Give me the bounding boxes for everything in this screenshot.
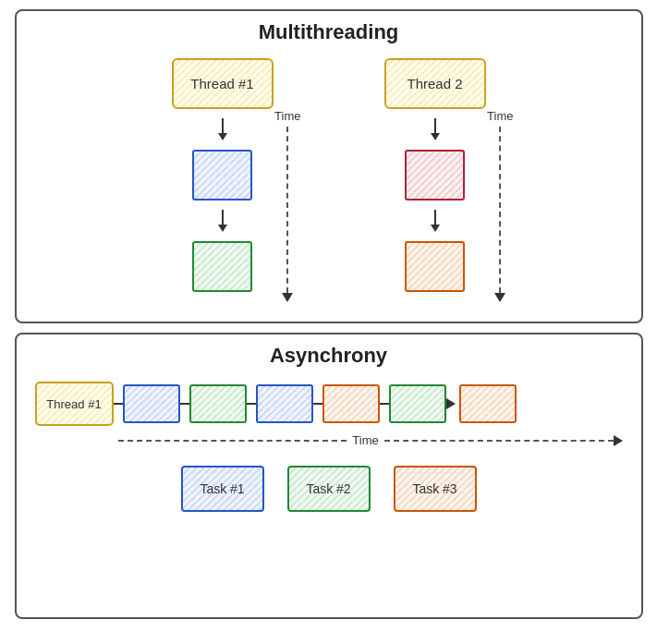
thread1-label-box: Thread #1	[172, 58, 274, 109]
async-green-1	[189, 384, 247, 423]
svg-rect-11	[407, 243, 463, 290]
async-thread-label: Thread #1	[35, 382, 114, 426]
svg-rect-25	[461, 386, 515, 421]
svg-rect-21	[324, 386, 378, 421]
async-orange-1	[322, 384, 380, 423]
thread2-orange-box	[405, 241, 465, 292]
async-time-label: Time	[352, 433, 378, 447]
async-orange-2	[459, 384, 517, 423]
connector3	[247, 403, 256, 406]
svg-rect-3	[194, 152, 250, 199]
thread1-column: Thread #1	[172, 58, 274, 308]
thread1-arrow1	[218, 118, 227, 140]
svg-rect-15	[125, 386, 178, 421]
connector1	[114, 403, 123, 406]
svg-rect-23	[391, 386, 444, 421]
task1-box: Task #1	[181, 466, 264, 512]
thread2-label: Thread 2	[407, 76, 462, 91]
async-end-arrow	[446, 398, 456, 409]
thread2-arrow1	[431, 118, 440, 140]
task2-box: Task #2	[287, 466, 371, 512]
thread1-time-label: Time	[274, 109, 300, 123]
async-time-row: Time	[44, 433, 623, 447]
svg-rect-17	[191, 386, 245, 421]
thread2-red-box	[405, 150, 465, 200]
thread1-green-box	[192, 241, 252, 292]
asynchrony-title: Asynchrony	[17, 334, 641, 372]
svg-rect-9	[407, 152, 463, 199]
async-blue-1	[123, 384, 180, 423]
multithreading-diagram: Multithreading Thread #1	[15, 9, 643, 323]
tasks-row: Task #1 Task #2	[35, 466, 623, 526]
connector4	[313, 403, 322, 406]
thread2-label-box: Thread 2	[384, 58, 486, 109]
task2-label: Task #2	[306, 481, 350, 496]
thread2-arrow2	[431, 210, 440, 232]
async-content: Thread #1	[17, 372, 641, 535]
async-thread-text: Thread #1	[46, 397, 101, 411]
async-blocks-row: Thread #1	[35, 382, 623, 426]
connector2	[180, 403, 189, 406]
connector5	[380, 403, 389, 406]
thread2-time-label: Time	[487, 109, 513, 123]
task3-label: Task #3	[412, 481, 456, 496]
asynchrony-diagram: Asynchrony Thread #1	[15, 333, 643, 619]
thread1-blue-box	[192, 150, 252, 200]
async-blue-2	[256, 384, 313, 423]
svg-rect-19	[258, 386, 311, 421]
thread2-time-axis: Time	[487, 109, 513, 302]
thread1-label: Thread #1	[190, 76, 253, 91]
multithreading-title: Multithreading	[17, 11, 641, 49]
task1-label: Task #1	[200, 481, 244, 496]
async-green-2	[389, 384, 446, 423]
thread1-arrow2	[218, 210, 227, 232]
time-arrow-right	[614, 435, 623, 446]
task3-box: Task #3	[394, 466, 477, 512]
thread2-column: Thread 2	[384, 58, 486, 308]
svg-rect-5	[194, 243, 250, 290]
multithreading-content: Thread #1	[17, 49, 641, 317]
thread1-time-axis: Time	[274, 109, 300, 302]
